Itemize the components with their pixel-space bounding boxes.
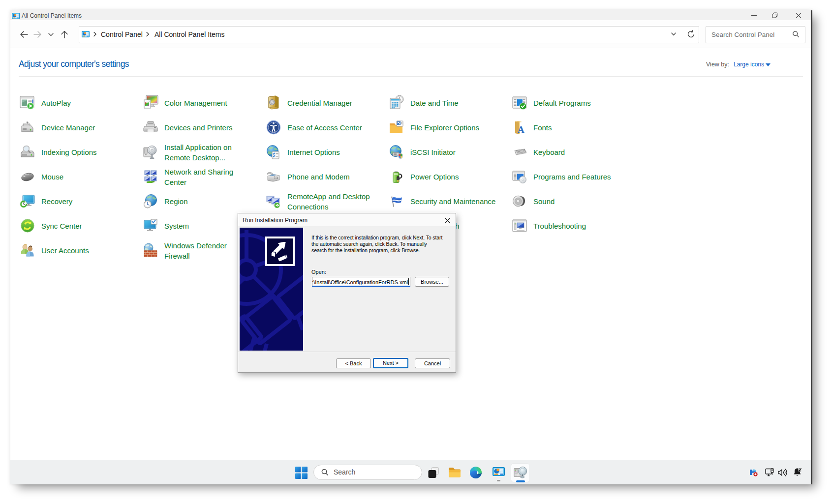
svg-text:A: A: [518, 124, 524, 135]
